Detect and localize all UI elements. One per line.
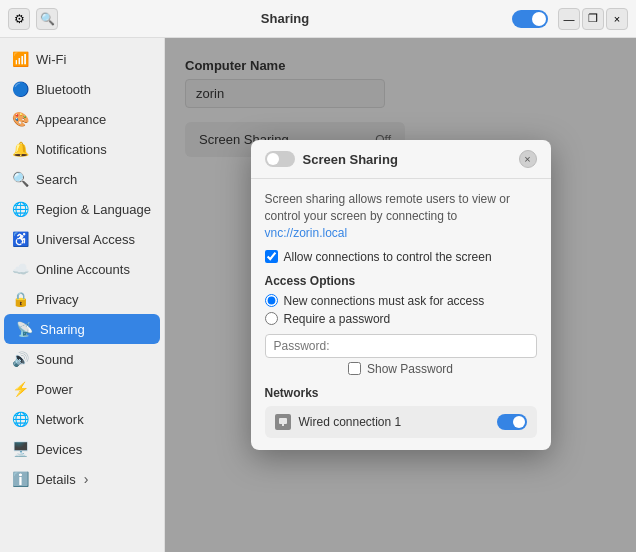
radio-ask[interactable] (265, 294, 278, 307)
network-toggle[interactable] (497, 414, 527, 430)
titlebar-left-icons: ⚙ 🔍 (8, 8, 58, 30)
sidebar-item-appearance[interactable]: 🎨 Appearance (0, 104, 164, 134)
wired-icon (275, 414, 291, 430)
svg-rect-1 (282, 424, 284, 426)
modal-title: Screen Sharing (303, 152, 398, 167)
minimize-button[interactable]: — (558, 8, 580, 30)
sidebar-item-region[interactable]: 🌐 Region & Language (0, 194, 164, 224)
sidebar-label-region: Region & Language (36, 202, 151, 217)
radio-password-row: Require a password (265, 312, 537, 326)
universal-access-icon: ♿ (12, 231, 28, 247)
network-icon: 🌐 (12, 411, 28, 427)
privacy-icon: 🔒 (12, 291, 28, 307)
sound-icon: 🔊 (12, 351, 28, 367)
modal-description: Screen sharing allows remote users to vi… (265, 191, 537, 241)
titlebar: ⚙ 🔍 Sharing — ❐ × (0, 0, 636, 38)
sidebar-label-bluetooth: Bluetooth (36, 82, 91, 97)
sidebar-label-power: Power (36, 382, 73, 397)
svg-rect-0 (279, 418, 287, 424)
show-password-checkbox[interactable] (348, 362, 361, 375)
sidebar-item-notifications[interactable]: 🔔 Notifications (0, 134, 164, 164)
sidebar-label-search: Search (36, 172, 77, 187)
wifi-icon: 📶 (12, 51, 28, 67)
network-name: Wired connection 1 (299, 415, 402, 429)
modal-toggle[interactable] (265, 151, 295, 167)
vnc-link[interactable]: vnc://zorin.local (265, 226, 348, 240)
radio-ask-label: New connections must ask for access (284, 294, 485, 308)
modal-overlay: Screen Sharing × Screen sharing allows r… (165, 38, 636, 552)
sidebar-label-network: Network (36, 412, 84, 427)
network-row: Wired connection 1 (265, 406, 537, 438)
sidebar-item-universal-access[interactable]: ♿ Universal Access (0, 224, 164, 254)
sharing-master-toggle[interactable] (512, 10, 548, 28)
screen-sharing-modal: Screen Sharing × Screen sharing allows r… (251, 140, 551, 449)
sidebar-item-online-accounts[interactable]: ☁️ Online Accounts (0, 254, 164, 284)
sidebar-item-network[interactable]: 🌐 Network (0, 404, 164, 434)
show-password-label: Show Password (367, 362, 453, 376)
devices-icon: 🖥️ (12, 441, 28, 457)
details-arrow-icon: › (84, 471, 89, 487)
modal-title-area: Screen Sharing (265, 151, 398, 167)
sidebar-item-privacy[interactable]: 🔒 Privacy (0, 284, 164, 314)
bluetooth-icon: 🔵 (12, 81, 28, 97)
sidebar-label-appearance: Appearance (36, 112, 106, 127)
window-title: Sharing (58, 11, 512, 26)
restore-button[interactable]: ❐ (582, 8, 604, 30)
modal-header: Screen Sharing × (251, 140, 551, 179)
notifications-icon: 🔔 (12, 141, 28, 157)
sidebar-item-bluetooth[interactable]: 🔵 Bluetooth (0, 74, 164, 104)
appearance-icon: 🎨 (12, 111, 28, 127)
sidebar-label-devices: Devices (36, 442, 82, 457)
show-password-row: Show Password (265, 362, 537, 376)
sidebar-label-privacy: Privacy (36, 292, 79, 307)
sidebar-item-wifi[interactable]: 📶 Wi-Fi (0, 44, 164, 74)
radio-password-label: Require a password (284, 312, 391, 326)
region-icon: 🌐 (12, 201, 28, 217)
radio-password[interactable] (265, 312, 278, 325)
sidebar-label-universal-access: Universal Access (36, 232, 135, 247)
modal-body: Screen sharing allows remote users to vi… (251, 179, 551, 449)
network-info: Wired connection 1 (275, 414, 402, 430)
content-area: Computer Name Screen Sharing Off Screen … (165, 38, 636, 552)
sidebar-item-sharing[interactable]: 📡 Sharing (4, 314, 160, 344)
allow-connections-row: Allow connections to control the screen (265, 250, 537, 264)
allow-connections-label: Allow connections to control the screen (284, 250, 492, 264)
power-icon: ⚡ (12, 381, 28, 397)
sharing-icon: 📡 (16, 321, 32, 337)
networks-heading: Networks (265, 386, 537, 400)
allow-connections-checkbox[interactable] (265, 250, 278, 263)
access-options-heading: Access Options (265, 274, 537, 288)
details-icon: ℹ️ (12, 471, 28, 487)
search-icon: 🔍 (12, 171, 28, 187)
password-field[interactable] (265, 334, 537, 358)
close-button[interactable]: × (606, 8, 628, 30)
sidebar-item-devices[interactable]: 🖥️ Devices (0, 434, 164, 464)
sidebar-item-details[interactable]: ℹ️ Details › (0, 464, 164, 494)
sidebar-label-sound: Sound (36, 352, 74, 367)
sidebar-label-sharing: Sharing (40, 322, 85, 337)
radio-ask-row: New connections must ask for access (265, 294, 537, 308)
sidebar-item-power[interactable]: ⚡ Power (0, 374, 164, 404)
sidebar: 📶 Wi-Fi 🔵 Bluetooth 🎨 Appearance 🔔 Notif… (0, 38, 165, 552)
settings-icon[interactable]: ⚙ (8, 8, 30, 30)
search-header-icon[interactable]: 🔍 (36, 8, 58, 30)
sidebar-label-notifications: Notifications (36, 142, 107, 157)
modal-close-button[interactable]: × (519, 150, 537, 168)
sidebar-label-online-accounts: Online Accounts (36, 262, 130, 277)
online-accounts-icon: ☁️ (12, 261, 28, 277)
sidebar-item-sound[interactable]: 🔊 Sound (0, 344, 164, 374)
main-layout: 📶 Wi-Fi 🔵 Bluetooth 🎨 Appearance 🔔 Notif… (0, 38, 636, 552)
sidebar-item-search[interactable]: 🔍 Search (0, 164, 164, 194)
sidebar-label-details: Details (36, 472, 76, 487)
sidebar-label-wifi: Wi-Fi (36, 52, 66, 67)
